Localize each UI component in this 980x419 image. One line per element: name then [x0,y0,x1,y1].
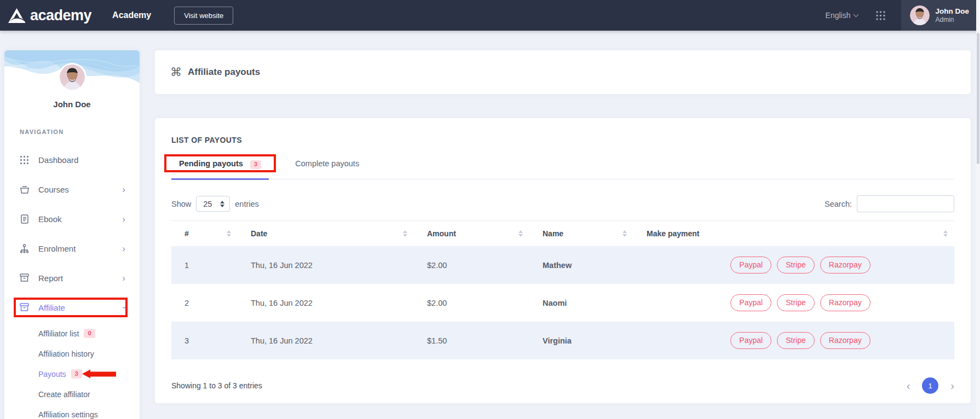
affiliate-icon [19,303,30,312]
annotation-arrow-payouts [82,369,117,379]
command-icon: ⌘ [170,67,182,78]
sort-icon [403,230,407,237]
sort-icon [518,230,523,237]
paypal-button[interactable]: Paypal [730,332,771,349]
showing-entries-text: Showing 1 to 3 of 3 entries [171,381,262,390]
cell-name: Naomi [529,284,633,322]
nav-section-label: NAVIGATION [20,129,140,135]
stripe-button[interactable]: Stripe [777,294,815,311]
subitem-label: Affiliation settings [38,410,98,419]
sidebar-item-label: Report [38,273,63,283]
chevron-down-icon [854,12,859,18]
paypal-button[interactable]: Paypal [730,294,771,311]
cell-amount: $2.00 [414,284,529,322]
courses-icon [19,185,30,194]
pagination-page-1[interactable]: 1 [922,377,938,394]
chevron-down-icon: › [120,306,128,309]
stripe-button[interactable]: Stripe [777,332,815,349]
chevron-right-icon: › [122,214,125,224]
sidebar-subitem-affiliator-list[interactable]: Affliliator list 0 [4,323,140,344]
sidebar-subitem-affiliation-settings[interactable]: Affiliation settings [4,404,140,419]
tab-label: Pending payouts [179,159,243,168]
sidebar-item-label: Courses [38,185,69,194]
sidebar-subitem-payouts[interactable]: Payouts 3 [4,364,140,384]
razorpay-button[interactable]: Razorpay [820,332,871,349]
dashboard-icon [19,155,30,165]
pagination-prev-icon[interactable]: ‹ [907,380,910,391]
tab-label: Complete payouts [295,159,359,168]
subitem-label: Affliliator list [38,329,79,338]
search-input[interactable] [857,195,954,212]
cell-date: Thu, 16 Jun 2022 [238,322,414,359]
pagination-next-icon[interactable]: › [950,380,954,391]
stripe-button[interactable]: Stripe [777,257,815,273]
user-avatar [910,5,930,25]
payouts-badge: 3 [71,369,82,379]
apps-grid-icon[interactable] [875,10,886,21]
user-menu[interactable]: John Doe Admin [901,0,980,31]
brand-logo[interactable]: academy [8,7,91,24]
language-dropdown[interactable]: English [826,11,858,20]
page-title: ⌘ Affiliate payouts [170,67,260,78]
select-arrows-icon [220,201,224,207]
payouts-card: LIST OF PAYOUTS Pending payouts 3 Comple… [155,118,971,403]
subitem-label: Affiliation history [38,350,94,358]
academy-logo-icon [8,8,26,24]
page-header-card: ⌘ Affiliate payouts [155,50,971,94]
cell-amount: $2.00 [414,246,529,284]
sidebar-item-enrolment[interactable]: Enrolment › [4,234,140,263]
sidebar-item-label: Ebook [38,214,62,224]
chevron-right-icon: › [122,244,125,253]
sidebar-item-dashboard[interactable]: Dashboard [4,145,140,174]
table-row: 2 Thu, 16 Jun 2022 $2.00 Naomi Paypal St… [171,284,954,322]
scrollbar-thumb[interactable] [977,33,979,164]
table-row: 1 Thu, 16 Jun 2022 $2.00 Mathew Paypal S… [171,246,954,284]
browser-scrollbar[interactable] [976,0,980,419]
sidebar-user-name: John Doe [4,100,140,109]
pending-tab-badge: 3 [250,160,261,170]
sidebar-item-report[interactable]: Report › [4,263,140,293]
chevron-right-icon: › [122,273,125,283]
affiliator-list-badge: 0 [84,329,95,338]
sidebar-item-label: Dashboard [38,155,78,165]
brand-text: academy [30,7,91,24]
sidebar-item-courses[interactable]: Courses › [4,174,140,204]
razorpay-button[interactable]: Razorpay [820,294,871,311]
sidebar-subitem-create-affiliator[interactable]: Create affiliator [4,384,140,404]
column-header-amount[interactable]: Amount [414,221,529,247]
table-row: 3 Thu, 16 Jun 2022 $1.50 Virginia Paypal… [171,322,954,359]
subitem-label: Create affiliator [38,390,90,399]
subitem-label: Payouts [38,370,66,379]
sidebar-item-label: Affiliate [38,303,65,312]
paypal-button[interactable]: Paypal [730,257,771,273]
payouts-table: # Date Amount Name [171,220,954,359]
column-header-name[interactable]: Name [529,221,633,247]
report-icon [19,273,30,282]
payout-tabs: Pending payouts 3 Complete payouts [171,159,954,179]
column-header-make-payment[interactable]: Make payment [633,221,954,247]
enrolment-icon [19,244,30,253]
tab-pending-payouts[interactable]: Pending payouts 3 [171,159,269,180]
column-header-date[interactable]: Date [238,221,414,247]
sidebar-item-label: Enrolment [38,244,76,253]
sidebar-item-ebook[interactable]: Ebook › [4,204,140,234]
sort-icon [622,230,627,237]
cell-name: Virginia [529,322,633,359]
annotation-box-affiliate [14,298,128,317]
page-length-value: 25 [203,200,212,208]
column-header-num[interactable]: # [171,221,238,247]
sidebar-item-affiliate[interactable]: Affiliate › [4,293,140,322]
page-length-select[interactable]: 25 [196,196,230,212]
sidebar: John Doe NAVIGATION Dashboard [4,50,140,419]
sidebar-user-avatar [60,65,85,90]
page-title-text: Affiliate payouts [188,67,260,78]
cell-date: Thu, 16 Jun 2022 [238,246,414,284]
visit-website-button[interactable]: Visit website [174,7,233,25]
show-label: Show [171,200,191,208]
sidebar-subitem-affiliation-history[interactable]: Affiliation history [4,344,140,364]
pagination: ‹ 1 › [907,377,954,394]
razorpay-button[interactable]: Razorpay [820,257,871,273]
chevron-right-icon: › [122,185,125,194]
cell-amount: $1.50 [414,322,529,359]
tab-complete-payouts[interactable]: Complete payouts [293,159,361,179]
